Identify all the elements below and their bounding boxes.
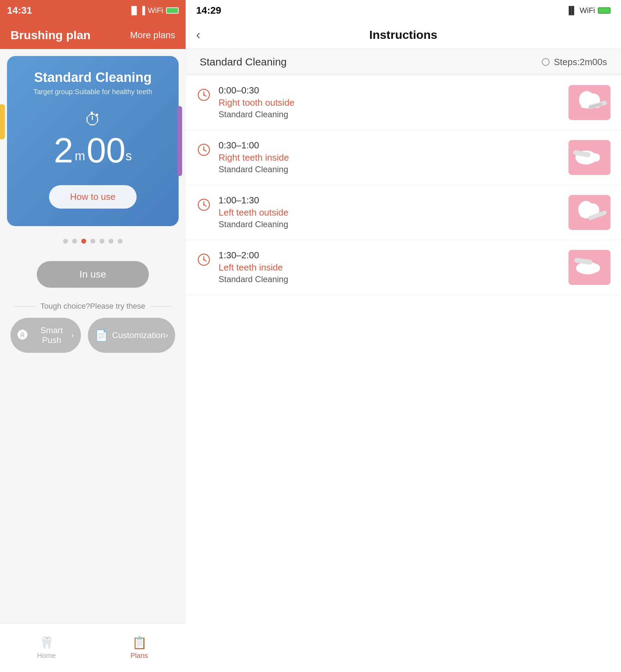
smart-push-button[interactable]: 🅐 Smart Push › [11,318,81,353]
cleaning-name: Standard Cleaning [200,56,287,68]
purple-accent-bar [177,106,182,176]
divider-row: Tough choice?Please try these [0,302,186,311]
brushing-plan-title: Brushing plan [11,28,91,42]
right-status-icons: ▐▌ WiFi [566,6,610,15]
step-2-zone: Right teeth inside [219,152,561,163]
home-label: Home [37,652,56,660]
step-3-clock-icon [196,197,212,212]
dot-6[interactable] [109,239,113,244]
customization-left: 📄 Customization [95,329,165,342]
cleaning-steps: Steps:2m00s [542,57,607,68]
timer-unit-m: m [75,149,85,168]
svg-point-30 [203,259,205,260]
customization-label: Customization [112,330,165,340]
customization-icon: 📄 [95,329,108,342]
step-4-image [568,250,610,285]
left-panel: 14:31 ▐▌▐ WiFi Brushing plan More plans … [0,0,186,672]
step-3-mode: Standard Cleaning [219,219,561,229]
timer-display: 2 m 00 s [54,133,132,168]
step-4-zone: Left teeth inside [219,262,561,273]
dot-5[interactable] [99,239,104,244]
svg-point-13 [203,149,205,150]
in-use-button[interactable]: In use [37,261,149,288]
dot-1[interactable] [63,239,68,244]
step-4-clock-icon [196,252,212,267]
step-2-image [568,140,610,175]
right-battery-icon [598,7,610,14]
how-to-use-button[interactable]: How to use [49,185,137,209]
step-3-info: 1:00–1:30 Left teeth outside Standard Cl… [219,195,561,230]
nav-home[interactable]: 🦷 Home [0,636,93,660]
step-3-time: 1:00–1:30 [219,195,561,206]
cleaning-info-row: Standard Cleaning Steps:2m00s [186,49,621,75]
right-signal-icon: ▐▌ [566,6,577,15]
left-status-icons: ▐▌▐ WiFi [129,6,179,15]
step-2-clock-icon [196,142,212,158]
customization-button[interactable]: 📄 Customization › [88,318,175,353]
step-row-1: 0:00–0:30 Right tooth outside Standard C… [186,75,621,130]
right-wifi-icon: WiFi [580,6,595,15]
left-time: 14:31 [7,5,32,16]
smart-push-label: Smart Push [32,326,71,345]
yellow-accent-bar [0,104,5,139]
step-row-3: 1:00–1:30 Left teeth outside Standard Cl… [186,185,621,240]
smart-push-chevron-icon: › [71,330,74,340]
plans-label: Plans [130,652,148,660]
step-3-image [568,195,610,230]
dot-2[interactable] [72,239,77,244]
steps-circle-icon [542,58,550,66]
step-1-zone: Right tooth outside [219,97,561,108]
bottom-nav: 🦷 Home 📋 Plans [0,623,186,672]
step-3-zone: Left teeth outside [219,207,561,218]
plans-icon: 📋 [132,636,147,650]
card-title: Standard Cleaning [34,70,152,85]
right-time: 14:29 [196,5,221,16]
step-row-4: 1:30–2:00 Left teeth inside Standard Cle… [186,240,621,295]
step-1-clock-icon [196,87,212,103]
step-1-info: 0:00–0:30 Right tooth outside Standard C… [219,85,561,120]
main-card: Standard Cleaning Target group:Suitable … [7,56,179,226]
left-header: Brushing plan More plans [0,21,186,49]
card-subtitle: Target group:Suitable for healthy teeth [33,88,152,96]
svg-point-3 [203,94,205,96]
step-2-info: 0:30–1:00 Right teeth inside Standard Cl… [219,140,561,175]
suggestion-row: 🅐 Smart Push › 📄 Customization › [0,318,186,353]
right-header: ‹ Instructions [186,21,621,49]
instructions-title: Instructions [196,28,610,42]
timer-seconds: 00 [87,133,125,168]
step-1-time: 0:00–0:30 [219,85,561,96]
step-1-image [568,85,610,120]
signal-icon: ▐▌▐ [129,6,145,15]
timer-unit-s: s [125,149,132,168]
divider-line-left [14,306,35,307]
carousel-dots [0,239,186,244]
more-plans-button[interactable]: More plans [130,30,175,41]
divider-text: Tough choice?Please try these [40,302,145,311]
step-4-time: 1:30–2:00 [219,250,561,261]
nav-plans[interactable]: 📋 Plans [93,636,186,660]
customization-chevron-icon: › [165,330,168,340]
step-1-mode: Standard Cleaning [219,110,561,119]
stopwatch-icon: ⏱ [84,110,101,129]
right-panel: 14:29 ▐▌ WiFi ‹ Instructions Standard Cl… [186,0,621,672]
back-button[interactable]: ‹ [196,28,200,42]
step-4-info: 1:30–2:00 Left teeth inside Standard Cle… [219,250,561,285]
battery-icon [166,7,179,14]
step-4-mode: Standard Cleaning [219,274,561,284]
dot-4[interactable] [90,239,95,244]
left-status-bar: 14:31 ▐▌▐ WiFi [0,0,186,21]
step-2-mode: Standard Cleaning [219,164,561,174]
divider-line-right [151,306,172,307]
dot-7[interactable] [118,239,123,244]
steps-label: Steps:2m00s [554,57,607,68]
dot-3[interactable] [81,239,86,244]
step-row-2: 0:30–1:00 Right teeth inside Standard Cl… [186,130,621,185]
card-area: Standard Cleaning Target group:Suitable … [0,49,186,233]
right-status-bar: 14:29 ▐▌ WiFi [186,0,621,21]
smart-push-icon: 🅐 [18,329,28,341]
timer-minutes: 2 [54,133,74,168]
wifi-icon: WiFi [148,6,163,15]
step-2-time: 0:30–1:00 [219,140,561,151]
svg-point-21 [203,204,205,205]
smart-push-left: 🅐 Smart Push [18,326,71,345]
